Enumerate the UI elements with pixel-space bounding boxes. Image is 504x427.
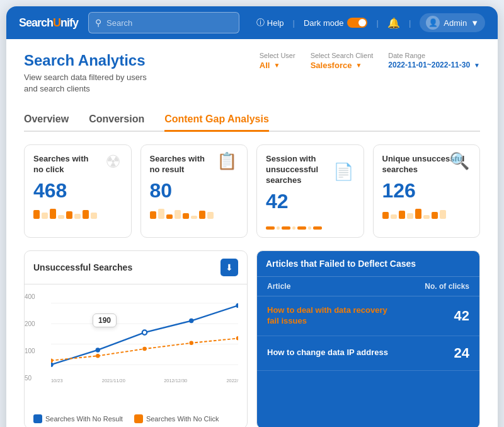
articles-panel-header: Articles that Failed to Deflect Cases	[257, 251, 479, 277]
bar	[382, 212, 389, 219]
bar	[308, 226, 311, 230]
tooltip-value: 190	[98, 316, 111, 325]
y-label: 400	[25, 293, 35, 300]
chevron-down-icon: ▼	[355, 62, 362, 69]
svg-point-12	[190, 341, 193, 345]
tab-content-gap[interactable]: Content Gap Analysis	[164, 114, 269, 132]
stat-card-unsuccessful: Session withunsuccessfulsearches 42 📄	[256, 144, 364, 238]
mini-bars	[266, 218, 355, 230]
bar	[83, 210, 89, 219]
svg-point-9	[51, 358, 53, 362]
svg-point-6	[142, 330, 147, 334]
search-input[interactable]	[106, 18, 232, 28]
admin-avatar: 👤	[426, 16, 440, 30]
bar	[66, 211, 72, 219]
admin-menu[interactable]: 👤 Admin ▼	[420, 13, 485, 32]
bell-icon[interactable]: 🔔	[387, 17, 400, 29]
dark-mode-toggle[interactable]: Dark mode	[304, 18, 368, 28]
bar	[33, 210, 40, 219]
table-row: How to change data IP address 24	[257, 336, 479, 371]
bottom-panels: Unsuccessful Searches ⬇ 400 200 100 50	[24, 250, 480, 427]
search-icon: ⚲	[95, 18, 101, 28]
page-subtitle: View search data filtered by usersand se…	[24, 72, 147, 95]
page-header: Search Analytics View search data filter…	[24, 52, 147, 95]
mini-bars	[33, 208, 122, 219]
bar	[191, 216, 197, 219]
chart-legend: Searches With No Result Searches With No…	[25, 411, 247, 427]
mini-bars	[382, 208, 471, 219]
date-filter-label: Date Range	[388, 52, 480, 59]
legend-label: Searches With No Click	[146, 415, 219, 423]
chart-panel: Unsuccessful Searches ⬇ 400 200 100 50	[24, 250, 248, 427]
bar	[91, 213, 97, 219]
chart-tooltip: 190	[93, 313, 117, 327]
mini-bars	[150, 208, 239, 219]
stat-card-value: 468	[33, 179, 122, 202]
dark-mode-label: Dark mode	[304, 18, 344, 28]
user-select[interactable]: All ▼	[260, 61, 295, 70]
app-shell: SearchUnify ⚲ ⓘ Help | Dark mode | 🔔 | 👤…	[6, 6, 498, 427]
chart-title: Unsuccessful Searches	[33, 262, 132, 272]
tab-conversion[interactable]: Conversion	[89, 114, 144, 132]
date-value: 2022-11-01~2022-11-30	[388, 61, 470, 69]
article-clicks: 42	[454, 308, 469, 324]
article-link[interactable]: How to change data IP address	[267, 348, 388, 358]
toggle-pill[interactable]	[347, 18, 367, 28]
svg-text:2021/10/23: 2021/10/23	[51, 378, 63, 383]
chevron-down-icon: ▼	[471, 18, 479, 28]
legend-item-blue: Searches With No Result	[33, 414, 123, 423]
legend-dot	[134, 414, 143, 423]
user-filter-label: Select User	[260, 52, 295, 59]
svg-text:2012/12/30: 2012/12/30	[164, 378, 187, 383]
nav-divider: |	[293, 18, 295, 28]
svg-point-11	[142, 347, 146, 351]
article-link[interactable]: How to deal with data recovery fail issu…	[267, 305, 393, 327]
bar	[297, 226, 306, 230]
svg-point-8	[236, 303, 238, 308]
bar	[432, 212, 438, 219]
bar	[183, 213, 189, 219]
client-select[interactable]: Salesforce ▼	[311, 61, 374, 70]
client-filter: Select Search Client Salesforce ▼	[311, 52, 374, 70]
chart-svg: 2021/10/23 2021/11/20 2012/12/30 2022/01…	[51, 291, 238, 392]
svg-point-7	[189, 319, 193, 323]
user-filter: Select User All ▼	[260, 52, 295, 70]
legend-dot	[33, 414, 42, 423]
tab-overview[interactable]: Overview	[24, 114, 69, 132]
bar	[282, 226, 290, 230]
bar	[175, 210, 181, 219]
bar	[292, 226, 295, 230]
svg-point-10	[96, 354, 100, 358]
bar	[207, 212, 214, 219]
legend-item-orange: Searches With No Click	[134, 414, 219, 423]
y-label: 100	[25, 348, 35, 354]
stat-cards: Searches withno click 468 ☢	[24, 144, 480, 238]
bar	[415, 209, 421, 219]
nav-right: ⓘ Help | Dark mode | 🔔 | 👤 Admin ▼	[256, 13, 485, 32]
filters-row: Select User All ▼ Select Search Client S…	[260, 52, 480, 70]
bar	[266, 226, 275, 230]
tabs: Overview Conversion Content Gap Analysis	[24, 114, 480, 132]
nav-search-bar[interactable]: ⚲	[88, 12, 239, 33]
y-label: 50	[25, 375, 35, 382]
file-icon: 📄	[333, 162, 353, 182]
bar	[407, 213, 413, 219]
user-value: All	[260, 61, 270, 70]
svg-point-5	[96, 348, 100, 352]
bar	[158, 209, 164, 219]
bar	[166, 214, 173, 219]
bar	[74, 214, 81, 219]
legend-label: Searches With No Result	[45, 415, 123, 423]
help-button[interactable]: ⓘ Help	[256, 17, 284, 28]
main-content: Search Analytics View search data filter…	[6, 39, 498, 427]
articles-panel: Articles that Failed to Deflect Cases Ar…	[256, 250, 480, 427]
y-axis-labels: 400 200 100 50	[25, 293, 35, 382]
logo: SearchUnify	[19, 16, 78, 30]
download-button[interactable]: ⬇	[220, 259, 238, 276]
bar	[50, 209, 56, 219]
date-select[interactable]: 2022-11-01~2022-11-30 ▼	[388, 61, 480, 69]
top-nav: SearchUnify ⚲ ⓘ Help | Dark mode | 🔔 | 👤…	[6, 6, 498, 39]
y-label: 200	[25, 320, 35, 327]
col-article: Article	[267, 282, 290, 291]
article-clicks: 24	[454, 345, 469, 361]
